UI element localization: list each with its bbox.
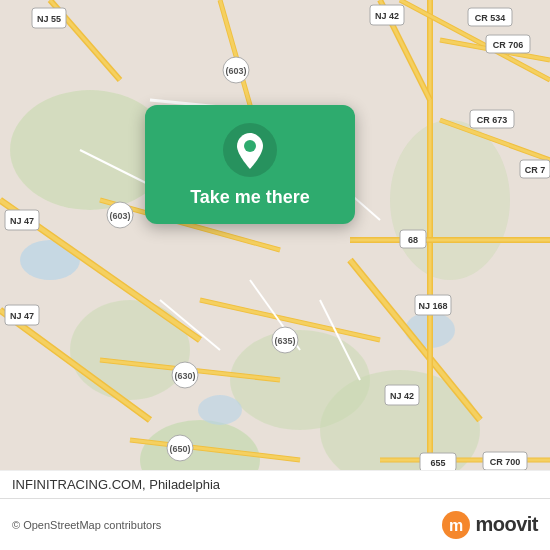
moovit-icon: m [441,510,471,540]
bottom-bar: © OpenStreetMap contributors m moovit [0,498,550,550]
svg-text:(650): (650) [169,444,190,454]
location-pin-icon [223,123,277,177]
svg-text:68: 68 [408,235,418,245]
moovit-text: moovit [475,513,538,536]
svg-text:CR 700: CR 700 [490,457,521,467]
take-me-there-button[interactable]: Take me there [190,187,310,208]
svg-point-3 [390,120,510,280]
svg-text:NJ 42: NJ 42 [390,391,414,401]
svg-text:CR 706: CR 706 [493,40,524,50]
svg-text:NJ 47: NJ 47 [10,216,34,226]
popup-card: Take me there [145,105,355,224]
map-roads: NJ 55 NJ 42 CR 534 (603) CR 706 CR 673 C… [0,0,550,550]
moovit-logo: m moovit [441,510,538,540]
svg-text:m: m [449,517,463,534]
map-container: NJ 55 NJ 42 CR 534 (603) CR 706 CR 673 C… [0,0,550,550]
svg-text:CR 673: CR 673 [477,115,508,125]
location-info: INFINITRACING.COM, Philadelphia [12,477,220,492]
svg-point-85 [244,140,256,152]
svg-text:NJ 55: NJ 55 [37,14,61,24]
svg-text:655: 655 [430,458,445,468]
svg-text:(603): (603) [225,66,246,76]
svg-text:NJ 42: NJ 42 [375,11,399,21]
svg-text:(635): (635) [274,336,295,346]
svg-point-4 [70,300,190,400]
svg-point-9 [198,395,242,425]
svg-text:NJ 47: NJ 47 [10,311,34,321]
svg-text:CR 7: CR 7 [525,165,546,175]
attribution-text: © OpenStreetMap contributors [12,519,161,531]
svg-text:(630): (630) [174,371,195,381]
svg-text:NJ 168: NJ 168 [418,301,447,311]
svg-text:(603): (603) [109,211,130,221]
info-text: INFINITRACING.COM, Philadelphia [0,470,550,498]
svg-text:CR 534: CR 534 [475,13,506,23]
